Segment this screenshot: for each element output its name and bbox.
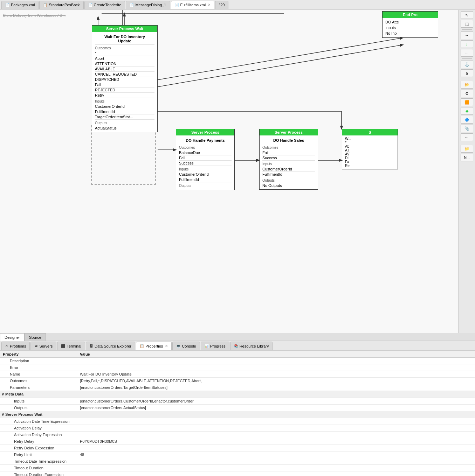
tab-overflow[interactable]: "29 bbox=[215, 1, 228, 9]
node-pr-header: S bbox=[342, 129, 398, 135]
node-pr-re: Re bbox=[345, 164, 395, 168]
node-pr-av: AV bbox=[345, 152, 395, 156]
properties-table: DescriptionErrorNameWait For DO Inventor… bbox=[0, 358, 475, 476]
prop-row: Retry Delay Expression bbox=[0, 445, 475, 451]
tab-messagedialog[interactable]: 📄 MessageDialog_1 bbox=[126, 1, 170, 9]
toolbar-text[interactable]: a bbox=[461, 69, 473, 77]
createtenderite-icon: 📄 bbox=[88, 3, 92, 7]
node-spw-outcome-attention: ATTENTION bbox=[95, 61, 154, 66]
toolbar-arrow-right[interactable]: → bbox=[461, 31, 473, 39]
prop-property-value[interactable]: [enactor.customerOrders.TargetOrderItemS… bbox=[77, 384, 475, 391]
prop-property-value[interactable]: [Retry,Fail,*,DISPATCHED,AVAILABLE,ATTEN… bbox=[77, 378, 475, 384]
toolbar-dots-2[interactable]: ··· bbox=[461, 133, 473, 141]
node-do-handle-sales[interactable]: Server Process DO Handle Sales Outcomes … bbox=[259, 129, 318, 190]
toolbar-sep-3 bbox=[462, 79, 472, 79]
toolbar-folder[interactable]: 📂 bbox=[461, 81, 473, 89]
properties-icon: 📋 bbox=[140, 344, 144, 348]
tab-source[interactable]: Source bbox=[25, 333, 46, 341]
toolbar-connect[interactable]: ⚓ bbox=[461, 61, 473, 68]
prop-col-value: Value bbox=[80, 352, 472, 356]
canvas-label: Store Delivery from Warehouse / D... bbox=[3, 13, 66, 18]
prop-row: Activation Delay Expression bbox=[0, 432, 475, 438]
node-dhp-body: DO Handle Payments Outcomes BalanceDue F… bbox=[176, 135, 234, 190]
node-pr-star: * bbox=[345, 141, 395, 145]
node-dhs-input-coi: CustomerOrderId bbox=[262, 167, 315, 172]
node-spw-outcome-rejected: REJECTED bbox=[95, 88, 154, 93]
prop-property-value[interactable]: P0Y0M0DT0H30M0S bbox=[77, 438, 475, 445]
tab-progress[interactable]: 📊 Progress bbox=[201, 342, 229, 350]
toolbar-settings[interactable]: ⚙ bbox=[461, 90, 473, 97]
node-spw-outcome-dispatched: DISPATCHED bbox=[95, 77, 154, 82]
toolbar-icon-1[interactable]: 🟧 bbox=[461, 98, 473, 106]
tab-problems[interactable]: ⚠ Problems bbox=[1, 342, 30, 350]
prop-property-name: Retry Delay bbox=[0, 438, 77, 445]
prop-property-name: Inputs bbox=[0, 398, 77, 405]
toolbar-arrow-down[interactable]: ↓ bbox=[461, 40, 473, 48]
node-dhs-input-fi: FulfilmentId bbox=[262, 172, 315, 177]
prop-property-value bbox=[77, 458, 475, 465]
node-ep-title: DO Atte bbox=[385, 19, 435, 25]
prop-property-value[interactable]: 48 bbox=[77, 451, 475, 458]
prop-row: Description bbox=[0, 358, 475, 364]
tab-servers-label: Servers bbox=[39, 344, 53, 348]
prop-property-name: Activation Delay Expression bbox=[0, 432, 77, 438]
fulfillitems-icon: 📄 bbox=[175, 3, 179, 7]
prop-property-name: Outcomes bbox=[0, 378, 77, 384]
tab-packages[interactable]: 📄 Packages.xml bbox=[1, 1, 39, 9]
tab-designer[interactable]: Designer bbox=[0, 333, 25, 341]
tab-terminal-label: Terminal bbox=[67, 344, 81, 348]
tab-servers[interactable]: 🖥 Servers bbox=[30, 342, 56, 350]
node-dhp-inputs-label: Inputs bbox=[179, 167, 232, 171]
tab-datasource[interactable]: 🗄 Data Source Explorer bbox=[86, 342, 135, 350]
main-tab-bar: 📄 Packages.xml 📋 StandardPosBack 📄 Creat… bbox=[0, 0, 475, 10]
tab-problems-label: Problems bbox=[10, 344, 26, 348]
node-dhp-title: DO Handle Payments bbox=[179, 137, 232, 144]
node-pr-fa: Fa bbox=[345, 160, 395, 164]
tab-properties-close[interactable]: ✕ bbox=[165, 344, 168, 348]
tab-fulfillitems-close[interactable]: ✕ bbox=[208, 3, 211, 7]
tab-properties[interactable]: 📋 Properties ✕ bbox=[136, 342, 172, 350]
node-dhp-outcome-fail: Fail bbox=[179, 155, 232, 161]
toolbar-icon-2[interactable]: 🔷 bbox=[461, 116, 473, 124]
toolbar-icon-3[interactable]: 📎 bbox=[461, 125, 473, 132]
prop-property-name: Timeout Duration Expression bbox=[0, 471, 77, 476]
node-partial-right[interactable]: S W... * Ab AT AV DI Fa Re bbox=[342, 129, 398, 169]
node-spw-outcome-star: * bbox=[95, 51, 154, 56]
node-pr-content: W... bbox=[345, 137, 395, 141]
toolbar-diamond[interactable]: ◆ bbox=[461, 107, 473, 115]
tab-console-label: Console bbox=[182, 344, 196, 348]
terminal-icon: ⬛ bbox=[61, 344, 65, 348]
tab-standardposback[interactable]: 📋 StandardPosBack bbox=[39, 1, 83, 9]
toolbar-n[interactable]: N... bbox=[461, 154, 473, 161]
toolbar-cursor[interactable]: ↖ bbox=[461, 11, 473, 19]
tab-fulfillitems[interactable]: 📄 FulfillItems.xml ✕ bbox=[171, 1, 215, 9]
node-end-process[interactable]: End Pro DO Atte Inputs No Inp bbox=[382, 11, 438, 38]
prop-property-value[interactable]: [enactor.customerOrders.ActualStatus] bbox=[77, 405, 475, 411]
prop-row: Error bbox=[0, 364, 475, 371]
prop-property-name: Timeout Duration bbox=[0, 465, 77, 471]
prop-property-value[interactable]: Wait For DO Inventory Update bbox=[77, 371, 475, 378]
prop-section-label: ∨ Server Process Wait bbox=[0, 411, 475, 418]
node-spw-outcome-retry: Retry bbox=[95, 93, 154, 98]
node-server-process-wait[interactable]: Server Process Wait Wait For DO Inventor… bbox=[92, 25, 158, 132]
tab-terminal[interactable]: ⬛ Terminal bbox=[57, 342, 85, 350]
tab-createtenderite[interactable]: 📄 CreateTenderIte bbox=[84, 1, 125, 9]
node-do-handle-payments[interactable]: Server Process DO Handle Payments Outcom… bbox=[176, 129, 235, 190]
design-canvas[interactable]: Store Delivery from Warehouse / D... Ser… bbox=[0, 10, 458, 333]
toolbar-folder-2[interactable]: 📁 bbox=[461, 145, 473, 153]
node-ep-body: DO Atte Inputs No Inp bbox=[383, 18, 438, 37]
tab-resource-library[interactable]: 📚 Resource Library bbox=[230, 342, 273, 350]
prop-property-value[interactable]: [enactor.customerOrders.CustomerOrderId,… bbox=[77, 398, 475, 405]
node-dhs-outcome-fail: Fail bbox=[262, 150, 315, 155]
toolbar-select[interactable]: ⬚ bbox=[461, 20, 473, 28]
properties-panel: Property Value DescriptionErrorNameWait … bbox=[0, 351, 475, 476]
node-spw-inputs-label: Inputs bbox=[95, 99, 154, 103]
prop-property-value bbox=[77, 432, 475, 438]
tab-console[interactable]: 💻 Console bbox=[172, 342, 200, 350]
prop-property-name: Timeout Date Time Expression bbox=[0, 458, 77, 465]
bottom-tab-bar: ⚠ Problems 🖥 Servers ⬛ Terminal 🗄 Data S… bbox=[0, 341, 475, 351]
toolbar-dots-1[interactable]: ··· bbox=[461, 49, 473, 57]
prop-row: Outputs[enactor.customerOrders.ActualSta… bbox=[0, 405, 475, 411]
tab-messagedialog-label: MessageDialog_1 bbox=[135, 3, 166, 7]
tab-resource-library-label: Resource Library bbox=[240, 344, 269, 348]
